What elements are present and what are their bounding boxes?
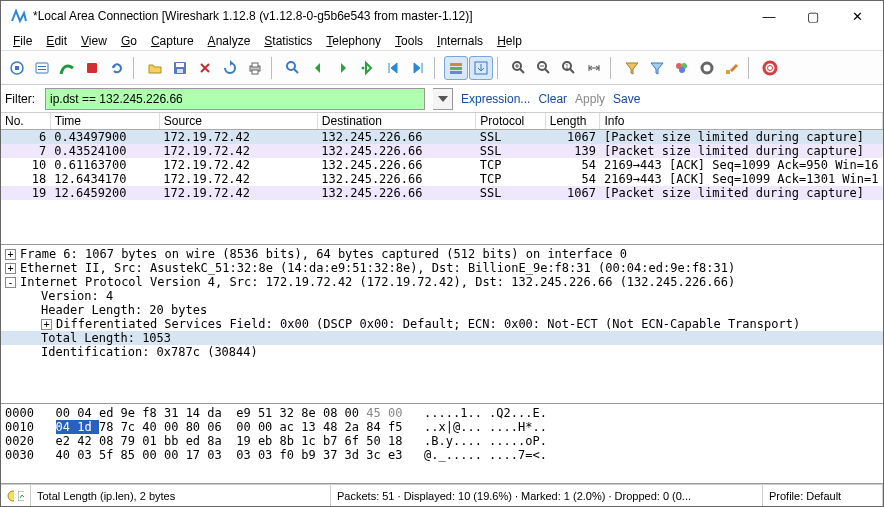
menu-internals[interactable]: Internals bbox=[431, 32, 489, 50]
column-source[interactable]: Source bbox=[159, 113, 317, 130]
zoom-in-icon[interactable] bbox=[507, 56, 531, 80]
find-icon[interactable] bbox=[281, 56, 305, 80]
menu-telephony[interactable]: Telephony bbox=[320, 32, 387, 50]
edit-preferences-icon[interactable] bbox=[720, 56, 744, 80]
hex-row[interactable]: 0010 04 1d 78 7c 40 00 80 06 00 00 ac 13… bbox=[5, 420, 879, 434]
svg-rect-7 bbox=[176, 63, 184, 67]
go-forward-icon[interactable] bbox=[331, 56, 355, 80]
svg-point-28 bbox=[679, 67, 685, 73]
zoom-out-icon[interactable] bbox=[532, 56, 556, 80]
menu-tools[interactable]: Tools bbox=[389, 32, 429, 50]
column-destination[interactable]: Destination bbox=[317, 113, 475, 130]
display-filters-icon[interactable] bbox=[645, 56, 669, 80]
cell-time: 0.43497900 bbox=[50, 130, 159, 145]
colorize-icon[interactable] bbox=[444, 56, 468, 80]
minimize-button[interactable]: — bbox=[747, 2, 791, 30]
expander-icon[interactable]: - bbox=[5, 277, 16, 288]
maximize-button[interactable]: ▢ bbox=[791, 2, 835, 30]
packet-details-pane[interactable]: +Frame 6: 1067 bytes on wire (8536 bits)… bbox=[1, 245, 883, 404]
filter-label: Filter: bbox=[5, 92, 35, 106]
tree-row[interactable]: +Differentiated Services Field: 0x00 (DS… bbox=[1, 317, 883, 331]
menu-capture[interactable]: Capture bbox=[145, 32, 200, 50]
go-to-packet-icon[interactable] bbox=[356, 56, 380, 80]
cell-dst: 132.245.226.66 bbox=[317, 144, 475, 158]
column-time[interactable]: Time bbox=[50, 113, 159, 130]
svg-rect-15 bbox=[450, 63, 462, 66]
packet-bytes-pane[interactable]: 0000 00 04 ed 9e f8 31 14 da e9 51 32 8e… bbox=[1, 404, 883, 484]
expander-icon[interactable]: + bbox=[5, 263, 16, 274]
autoscroll-icon[interactable] bbox=[469, 56, 493, 80]
go-last-icon[interactable] bbox=[406, 56, 430, 80]
packet-row[interactable]: 1812.6434170172.19.72.42132.245.226.66TC… bbox=[1, 172, 883, 186]
tree-row[interactable]: Header Length: 20 bytes bbox=[1, 303, 883, 317]
restart-capture-icon[interactable] bbox=[105, 56, 129, 80]
svg-rect-8 bbox=[177, 69, 183, 73]
expander-icon[interactable]: + bbox=[5, 249, 16, 260]
cell-dst: 132.245.226.66 bbox=[317, 158, 475, 172]
hex-row[interactable]: 0020 e2 42 08 79 01 bb ed 8a 19 eb 8b 1c… bbox=[5, 434, 879, 448]
hex-selected: 04 1d bbox=[56, 420, 99, 434]
options-icon[interactable] bbox=[30, 56, 54, 80]
tree-row[interactable]: Identification: 0x787c (30844) bbox=[1, 345, 883, 359]
cell-no: 7 bbox=[1, 144, 50, 158]
tree-row[interactable]: +Frame 6: 1067 bytes on wire (8536 bits)… bbox=[1, 247, 883, 261]
tree-row[interactable]: +Ethernet II, Src: AsustekC_51:32:8e (14… bbox=[1, 261, 883, 275]
close-button[interactable]: ✕ bbox=[835, 2, 879, 30]
column-info[interactable]: Info bbox=[600, 113, 883, 130]
packet-row[interactable]: 100.61163700172.19.72.42132.245.226.66TC… bbox=[1, 158, 883, 172]
tree-text: Internet Protocol Version 4, Src: 172.19… bbox=[20, 275, 735, 289]
packet-row[interactable]: 70.43524100172.19.72.42132.245.226.66SSL… bbox=[1, 144, 883, 158]
filter-input[interactable] bbox=[45, 88, 425, 110]
status-profile[interactable]: Profile: Default bbox=[763, 485, 883, 506]
tree-row[interactable]: Version: 4 bbox=[1, 289, 883, 303]
tree-text: Identification: 0x787c (30844) bbox=[41, 345, 258, 359]
save-file-icon[interactable] bbox=[168, 56, 192, 80]
go-back-icon[interactable] bbox=[306, 56, 330, 80]
stop-capture-icon[interactable] bbox=[80, 56, 104, 80]
menu-file[interactable]: File bbox=[7, 32, 38, 50]
hex-row[interactable]: 0000 00 04 ed 9e f8 31 14 da e9 51 32 8e… bbox=[5, 406, 879, 420]
zoom-reset-icon[interactable]: 1 bbox=[557, 56, 581, 80]
resize-cols-icon[interactable] bbox=[582, 56, 606, 80]
menu-edit[interactable]: Edit bbox=[40, 32, 73, 50]
reload-icon[interactable] bbox=[218, 56, 242, 80]
open-file-icon[interactable] bbox=[143, 56, 167, 80]
preferences-icon[interactable] bbox=[695, 56, 719, 80]
svg-rect-11 bbox=[252, 70, 258, 74]
cell-len: 54 bbox=[545, 172, 600, 186]
column-protocol[interactable]: Protocol bbox=[476, 113, 545, 130]
menu-statistics[interactable]: Statistics bbox=[258, 32, 318, 50]
go-first-icon[interactable] bbox=[381, 56, 405, 80]
column-length[interactable]: Length bbox=[545, 113, 600, 130]
packet-header-row[interactable]: No.TimeSourceDestinationProtocolLengthIn… bbox=[1, 113, 883, 130]
close-file-icon[interactable] bbox=[193, 56, 217, 80]
save-filter-button[interactable]: Save bbox=[613, 92, 640, 106]
menu-go[interactable]: Go bbox=[115, 32, 143, 50]
menu-help[interactable]: Help bbox=[491, 32, 528, 50]
expert-info-icon[interactable] bbox=[1, 485, 31, 506]
status-bar: Total Length (ip.len), 2 bytes Packets: … bbox=[1, 484, 883, 506]
capture-filters-icon[interactable] bbox=[620, 56, 644, 80]
filter-dropdown-icon[interactable] bbox=[433, 88, 453, 110]
print-icon[interactable] bbox=[243, 56, 267, 80]
interfaces-icon[interactable] bbox=[5, 56, 29, 80]
tree-row[interactable]: -Internet Protocol Version 4, Src: 172.1… bbox=[1, 275, 883, 289]
coloring-rules-icon[interactable] bbox=[670, 56, 694, 80]
column-no[interactable]: No. bbox=[1, 113, 50, 130]
clear-button[interactable]: Clear bbox=[538, 92, 567, 106]
packet-list-pane[interactable]: No.TimeSourceDestinationProtocolLengthIn… bbox=[1, 113, 883, 245]
menu-analyze[interactable]: Analyze bbox=[202, 32, 257, 50]
packet-row[interactable]: 1912.6459200172.19.72.42132.245.226.66SS… bbox=[1, 186, 883, 200]
expander-icon[interactable]: + bbox=[41, 319, 52, 330]
help-icon[interactable] bbox=[758, 56, 782, 80]
cell-dst: 132.245.226.66 bbox=[317, 186, 475, 200]
svg-rect-1 bbox=[15, 66, 19, 70]
hex-row[interactable]: 0030 40 03 5f 85 00 00 17 03 03 03 f0 b9… bbox=[5, 448, 879, 462]
apply-button[interactable]: Apply bbox=[575, 92, 605, 106]
status-field: Total Length (ip.len), 2 bytes bbox=[31, 485, 331, 506]
start-capture-icon[interactable] bbox=[55, 56, 79, 80]
expression-button[interactable]: Expression... bbox=[461, 92, 530, 106]
tree-row[interactable]: Total Length: 1053 bbox=[1, 331, 883, 345]
menu-view[interactable]: View bbox=[75, 32, 113, 50]
packet-row[interactable]: 60.43497900172.19.72.42132.245.226.66SSL… bbox=[1, 130, 883, 145]
